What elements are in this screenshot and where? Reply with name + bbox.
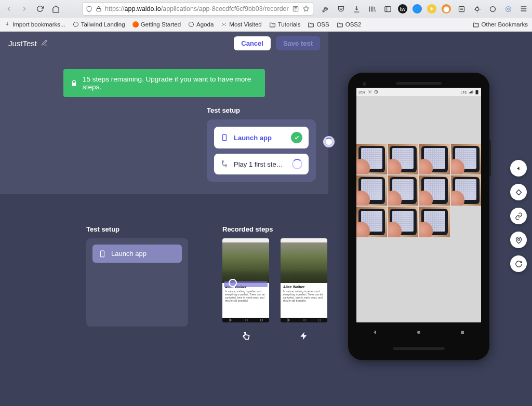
edit-icon[interactable] (41, 39, 48, 48)
grid-cell[interactable] (388, 175, 419, 206)
ext-icon-7[interactable] (487, 4, 498, 14)
svg-rect-0 (97, 9, 101, 11)
wrench-icon[interactable] (320, 4, 330, 14)
link-button[interactable] (510, 208, 527, 224)
bookmark-folder-other[interactable]: Other Bookmarks (473, 21, 528, 28)
bottom-setup-label: Test setup (86, 225, 188, 233)
sidebar-icon[interactable] (382, 4, 393, 14)
grid-cell[interactable] (388, 207, 419, 237)
menu-icon[interactable] (518, 4, 529, 14)
svg-point-5 (490, 6, 495, 11)
device-nav-bar (353, 322, 484, 342)
recorded-step-2[interactable]: Alice Walker In nature, nothing is perfe… (281, 238, 327, 342)
bookmark-folder-oss2[interactable]: OSS2 (337, 21, 362, 28)
cancel-button[interactable]: Cancel (234, 36, 271, 50)
app-header: JustTest Cancel Save test (0, 31, 328, 53)
svg-rect-2 (384, 6, 390, 11)
download-icon[interactable] (351, 4, 362, 14)
tag-button[interactable] (510, 184, 527, 200)
card-desc: In nature, nothing is perfect and everyt… (283, 290, 325, 302)
grid-cell[interactable] (451, 175, 482, 206)
browser-chrome: https://app.waldo.io/applications/app-8c… (0, 0, 532, 32)
ext-icon-4[interactable]: ⬤ (442, 4, 451, 13)
launch-app-chip[interactable]: Launch app (92, 245, 182, 263)
speaker-bar (396, 82, 442, 85)
camera-dot (363, 82, 366, 86)
ext-icon-8[interactable] (503, 4, 513, 14)
svg-point-4 (475, 7, 478, 10)
save-test-button[interactable]: Save test (276, 36, 320, 50)
reload-button[interactable] (34, 3, 46, 15)
bolt-action-icon (298, 330, 310, 342)
grid-cell[interactable] (388, 144, 419, 174)
grid-cell[interactable] (356, 144, 387, 174)
card-name: Alice Walker (283, 285, 325, 289)
phone-icon (220, 133, 229, 142)
grid-cell[interactable] (356, 175, 387, 206)
bookmarks-bar: Import bookmarks... Tailwind Landing Get… (0, 18, 532, 31)
card-desc: In nature, nothing is perfect and everyt… (225, 290, 267, 302)
step-launch-app[interactable]: Launch app (214, 127, 309, 148)
bookmark-folder-tutorials[interactable]: Tutorials (269, 21, 301, 28)
device-controls (510, 160, 527, 272)
svg-rect-21 (476, 90, 478, 94)
bookmark-most-visited[interactable]: Most Visited (221, 21, 261, 28)
recorded-step-1[interactable]: Alice Walker In nature, nothing is perfe… (222, 238, 269, 342)
back-button[interactable] (3, 3, 15, 15)
battery-icon (475, 90, 479, 94)
home-pill (393, 347, 445, 350)
bookmark-import[interactable]: Import bookmarks... (4, 21, 65, 28)
ext-icon-3[interactable]: ☀ (427, 4, 436, 13)
location-button[interactable] (510, 232, 527, 248)
app-root: JustTest Cancel Save test 15 steps remai… (0, 31, 532, 406)
grid-cell[interactable] (356, 207, 387, 237)
reader-icon[interactable] (292, 5, 299, 12)
toolbar-extensions: tw 🌐 ☀ ⬤ (320, 4, 529, 14)
ext-icon-5[interactable] (456, 4, 467, 14)
ext-icon-2[interactable]: 🌐 (413, 4, 422, 13)
svg-rect-22 (476, 90, 477, 90)
device-network: LTE (461, 90, 467, 94)
recorded-steps-label: Recorded steps (222, 225, 327, 233)
gear-icon (368, 90, 372, 94)
url-bar[interactable]: https://app.waldo.io/applications/app-8c… (82, 2, 313, 16)
bottom-setup-card: Launch app (86, 238, 188, 327)
lock-icon (71, 79, 77, 87)
refresh-button[interactable] (510, 255, 527, 272)
device-status-bar: 3:07 LTE (356, 88, 481, 96)
step-play-first[interactable]: Play 1 first step of "... (214, 154, 309, 174)
device-screen[interactable]: 3:07 LTE (356, 88, 481, 322)
svg-point-10 (223, 24, 224, 25)
home-button[interactable] (50, 3, 61, 15)
recorded-steps-row: Alice Walker In nature, nothing is perfe… (222, 238, 327, 342)
nav-back-icon[interactable] (372, 329, 378, 335)
bookmark-getting-started[interactable]: Getting Started (132, 21, 181, 28)
upgrade-banner[interactable]: 15 steps remaining. Upgrade if you want … (63, 69, 265, 97)
forward-button[interactable] (19, 3, 30, 15)
bookmark-tailwind[interactable]: Tailwind Landing (73, 21, 125, 28)
nav-home-icon[interactable] (416, 329, 422, 335)
svg-point-7 (507, 8, 509, 10)
svg-point-8 (73, 22, 78, 27)
grid-cell[interactable] (451, 144, 482, 174)
grid-cell[interactable] (419, 175, 450, 206)
svg-point-6 (506, 6, 511, 11)
bookmark-folder-oss[interactable]: OSS (308, 21, 329, 28)
pocket-icon[interactable] (336, 4, 346, 14)
svg-rect-15 (223, 134, 227, 141)
grid-cell[interactable] (419, 207, 450, 237)
url-text: https://app.waldo.io/applications/app-8c… (105, 5, 289, 12)
grid-cell[interactable] (419, 144, 450, 174)
ext-icon-1[interactable]: tw (398, 4, 407, 13)
bookmark-star-icon[interactable] (302, 5, 310, 12)
branch-icon (220, 160, 229, 168)
svg-point-19 (369, 91, 370, 92)
nav-recent-icon[interactable] (459, 329, 466, 335)
library-icon[interactable] (367, 4, 377, 14)
bookmark-agoda[interactable]: Agoda (188, 21, 214, 28)
rotate-left-button[interactable] (510, 160, 527, 177)
divider-spinner-icon (323, 136, 335, 147)
ext-icon-6[interactable] (472, 4, 482, 14)
photo-grid[interactable] (356, 144, 481, 237)
grid-cell-empty (451, 207, 482, 237)
